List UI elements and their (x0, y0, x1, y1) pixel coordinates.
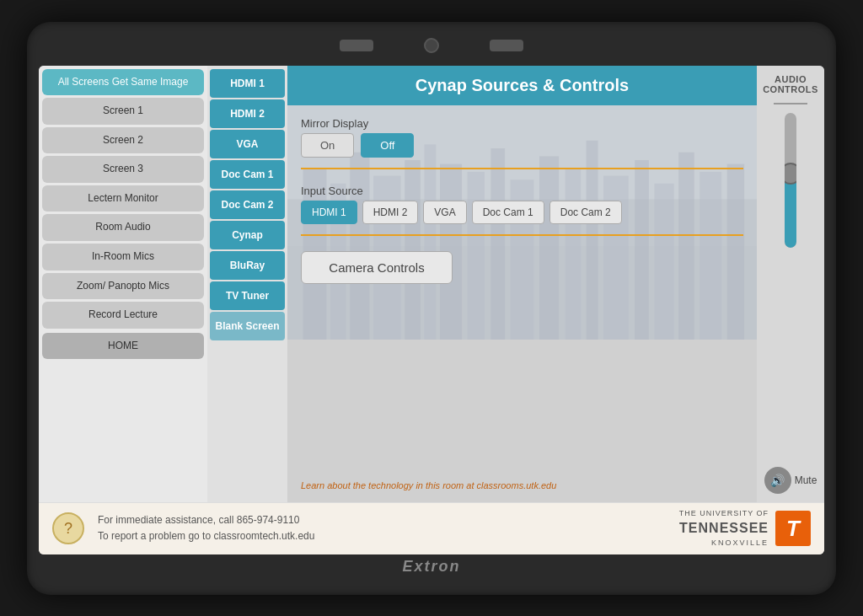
help-icon: ? (52, 512, 84, 544)
source-doc-cam1[interactable]: Doc Cam 1 (210, 160, 285, 189)
footer-note: Learn about the technology in this room … (301, 480, 743, 490)
mirror-display-section: Mirror Display On Off (301, 117, 743, 158)
main-header: Cynap Sources & Controls (287, 66, 757, 105)
sidebar-item-record-lecture[interactable]: Record Lecture (42, 302, 204, 329)
utk-line2: TENNESSEE (679, 519, 769, 538)
main-title: Cynap Sources & Controls (415, 76, 629, 94)
mute-button[interactable]: 🔊 (764, 467, 791, 494)
screen-content: All Screens Get Same Image Screen 1 Scre… (39, 66, 824, 502)
sidebar-item-zoom-panopto[interactable]: Zoom/ Panopto Mics (42, 273, 204, 300)
utk-line1: THE UNIVERSITY OF (679, 508, 769, 519)
mirror-off-button[interactable]: Off (361, 133, 414, 158)
utk-text: THE UNIVERSITY OF TENNESSEE KNOXVILLE (679, 508, 769, 549)
front-camera (424, 38, 439, 53)
sidebar-item-screen3[interactable]: Screen 3 (42, 156, 204, 183)
audio-panel: AUDIO CONTROLS 🔊 Mute (757, 66, 824, 502)
sidebar-item-screen2[interactable]: Screen 2 (42, 127, 204, 154)
sidebar-item-in-room-mics[interactable]: In-Room Mics (42, 244, 204, 271)
source-hdmi1[interactable]: HDMI 1 (210, 69, 285, 98)
utk-line3: KNOXVILLE (679, 538, 769, 549)
input-source-section: Input Source HDMI 1 HDMI 2 VGA Doc Cam 1… (301, 185, 743, 224)
mute-row: 🔊 Mute (764, 467, 817, 494)
source-bluray[interactable]: BluRay (210, 251, 285, 280)
sidebar-item-lectern-monitor[interactable]: Lectern Monitor (42, 185, 204, 212)
speaker-icon: 🔊 (770, 474, 785, 487)
sidebar-item-home[interactable]: HOME (42, 333, 204, 360)
mirror-display-label: Mirror Display (301, 117, 743, 130)
main-body: Mirror Display On Off Input Source HDMI (287, 105, 757, 502)
source-blank-screen[interactable]: Blank Screen (210, 312, 285, 340)
audio-divider (774, 103, 808, 104)
controls-overlay: Mirror Display On Off Input Source HDMI (287, 105, 757, 502)
main-content: Cynap Sources & Controls (287, 66, 757, 502)
sidebar-item-screen1[interactable]: Screen 1 (42, 98, 204, 125)
input-hdmi2[interactable]: HDMI 2 (362, 201, 419, 224)
input-hdmi1[interactable]: HDMI 1 (301, 201, 357, 224)
top-bar-right-button (490, 40, 523, 51)
volume-slider-track[interactable] (785, 113, 796, 248)
input-vga[interactable]: VGA (423, 201, 466, 224)
mute-label: Mute (795, 474, 817, 486)
source-cynap[interactable]: Cynap (210, 221, 285, 249)
top-bar-left-button (340, 40, 373, 51)
device-top-bar (39, 30, 824, 61)
input-doc-cam2[interactable]: Doc Cam 2 (549, 201, 622, 224)
info-text: For immediate assistance, call 865-974-9… (98, 512, 666, 544)
camera-controls-button[interactable]: Camera Controls (301, 251, 453, 284)
screen-area: All Screens Get Same Image Screen 1 Scre… (39, 66, 824, 554)
info-line1: For immediate assistance, call 865-974-9… (98, 512, 666, 528)
device-frame: All Screens Get Same Image Screen 1 Scre… (27, 22, 836, 595)
input-doc-cam1[interactable]: Doc Cam 1 (472, 201, 544, 224)
divider-1 (301, 168, 743, 169)
device-bottom: Extron (402, 554, 460, 580)
input-source-label: Input Source (301, 185, 743, 197)
extron-brand: Extron (402, 558, 460, 576)
camera-controls-section: Camera Controls (301, 251, 743, 284)
info-line2: To report a problem go to classroomtech.… (98, 528, 666, 544)
mirror-on-button[interactable]: On (301, 133, 354, 158)
utk-t-logo: T (775, 511, 811, 546)
volume-slider-thumb[interactable] (785, 163, 796, 185)
volume-slider-container (778, 113, 803, 458)
divider-2 (301, 234, 743, 236)
sidebar-item-all-screens[interactable]: All Screens Get Same Image (42, 69, 204, 96)
info-bar: ? For immediate assistance, call 865-974… (39, 502, 824, 554)
input-source-row: HDMI 1 HDMI 2 VGA Doc Cam 1 Doc Cam 2 (301, 201, 743, 224)
volume-slider-fill (785, 174, 796, 248)
source-column: HDMI 1 HDMI 2 VGA Doc Cam 1 Doc Cam 2 Cy… (207, 66, 287, 502)
source-vga[interactable]: VGA (210, 130, 285, 158)
footer-note-container: Learn about the technology in this room … (301, 463, 743, 490)
mirror-toggle-row: On Off (301, 133, 743, 158)
source-tv-tuner[interactable]: TV Tuner (210, 281, 285, 310)
utk-logo: THE UNIVERSITY OF TENNESSEE KNOXVILLE T (679, 508, 811, 549)
source-doc-cam2[interactable]: Doc Cam 2 (210, 190, 285, 219)
source-hdmi2[interactable]: HDMI 2 (210, 99, 285, 128)
sidebar: All Screens Get Same Image Screen 1 Scre… (39, 66, 207, 502)
audio-title: AUDIO CONTROLS (762, 74, 819, 94)
sidebar-item-room-audio[interactable]: Room Audio (42, 214, 204, 241)
